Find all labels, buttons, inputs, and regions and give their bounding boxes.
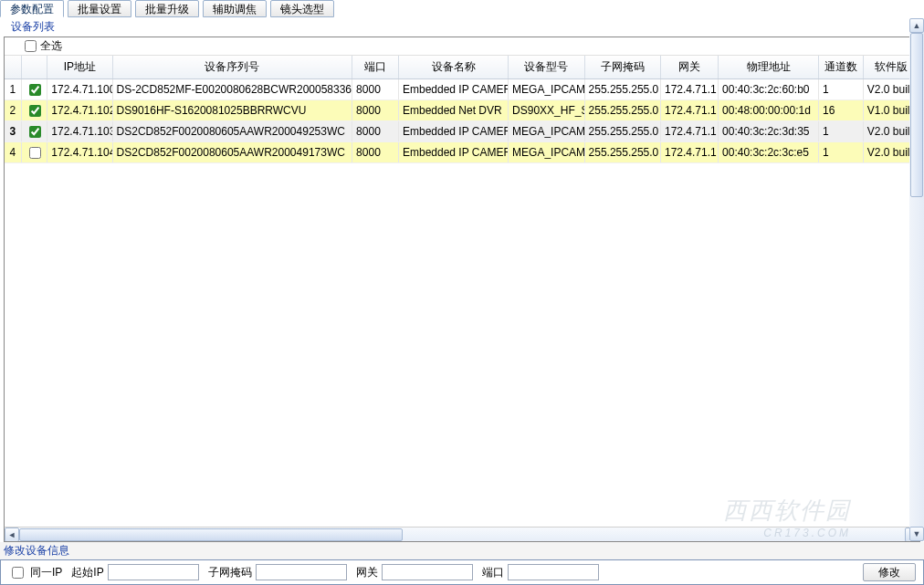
- col-header-ip[interactable]: IP地址: [47, 56, 112, 79]
- device-table: IP地址 设备序列号 端口 设备名称 设备型号 子网掩码 网关 物理地址 通道数…: [5, 56, 919, 163]
- tab-lens-select[interactable]: 镜头选型: [270, 0, 334, 17]
- scrollbar-thumb[interactable]: [19, 528, 403, 541]
- select-all-row: 全选: [5, 37, 919, 56]
- scrollbar-track[interactable]: [19, 528, 905, 542]
- tab-batch-settings[interactable]: 批量设置: [68, 0, 131, 17]
- table-row[interactable]: 4172.4.71.104DS2CD852F0020080605AAWR2000…: [5, 142, 919, 163]
- cell-ip: 172.4.71.104: [47, 142, 112, 163]
- scroll-down-button[interactable]: ▼: [909, 527, 924, 541]
- row-select-checkbox[interactable]: [29, 105, 41, 117]
- cell-channels: 1: [818, 121, 863, 142]
- same-ip-text: 同一IP: [30, 565, 62, 580]
- cell-mac: 00:40:3c:2c:60:b0: [719, 79, 819, 100]
- cell-port: 8000: [352, 121, 399, 142]
- row-select-checkbox[interactable]: [29, 84, 41, 96]
- tab-bar: 参数配置 批量设置 批量升级 辅助调焦 镜头选型: [0, 0, 924, 18]
- table-row[interactable]: 1172.4.71.100DS-2CD852MF-E0020080628BCWR…: [5, 79, 919, 100]
- select-all-label: 全选: [40, 38, 62, 54]
- gateway-label: 网关: [356, 565, 378, 580]
- row-select-checkbox[interactable]: [29, 126, 41, 138]
- modify-button[interactable]: 修改: [863, 563, 916, 581]
- table-row[interactable]: 3172.4.71.103DS2CD852F0020080605AAWR2000…: [5, 121, 919, 142]
- tab-focus-assist[interactable]: 辅助调焦: [203, 0, 267, 17]
- cell-ip: 172.4.71.100: [47, 79, 112, 100]
- same-ip-label: 同一IP: [8, 564, 62, 581]
- col-header-name[interactable]: 设备名称: [398, 56, 508, 79]
- cell-gateway: 172.4.71.1: [660, 100, 718, 121]
- cell-port: 8000: [352, 79, 399, 100]
- cell-serial: DS-2CD852MF-E0020080628BCWR200058336WCU: [112, 79, 352, 100]
- row-index: 2: [5, 100, 21, 121]
- select-all-checkbox[interactable]: [25, 40, 37, 52]
- cell-channels: 16: [818, 100, 863, 121]
- col-header-channels[interactable]: 通道数: [818, 56, 863, 79]
- start-ip-label: 起始IP: [71, 565, 103, 580]
- row-index: 1: [5, 79, 21, 100]
- cell-gateway: 172.4.71.1: [660, 142, 718, 163]
- cell-model: MEGA_IPCAM: [509, 142, 584, 163]
- col-header-mac[interactable]: 物理地址: [719, 56, 819, 79]
- row-checkbox[interactable]: [21, 100, 47, 121]
- col-header-serial[interactable]: 设备序列号: [112, 56, 352, 79]
- cell-serial: DS2CD852F0020080605AAWR200049173WC: [112, 142, 352, 163]
- cell-ip: 172.4.71.103: [47, 121, 112, 142]
- subnet-mask-group: 子网掩码: [208, 564, 347, 580]
- cell-mask: 255.255.255.0: [584, 121, 660, 142]
- row-index: 4: [5, 142, 21, 163]
- device-table-scroll: IP地址 设备序列号 端口 设备名称 设备型号 子网掩码 网关 物理地址 通道数…: [5, 56, 919, 527]
- cell-gateway: 172.4.71.1: [660, 79, 718, 100]
- edit-section-title: 修改设备信息: [0, 542, 924, 559]
- same-ip-checkbox[interactable]: [12, 567, 24, 579]
- start-ip-group: 起始IP: [71, 564, 198, 580]
- vertical-scrollbar[interactable]: ▲ ▼: [909, 18, 924, 541]
- row-select-checkbox[interactable]: [29, 147, 41, 159]
- cell-model: DS90XX_HF_S: [509, 100, 584, 121]
- port-label: 端口: [482, 565, 504, 580]
- cell-port: 8000: [352, 142, 399, 163]
- cell-name: Embedded Net DVR: [398, 100, 508, 121]
- scroll-up-button[interactable]: ▲: [909, 18, 924, 33]
- cell-mask: 255.255.255.0: [584, 142, 660, 163]
- cell-mask: 255.255.255.0: [584, 100, 660, 121]
- col-header-check[interactable]: [21, 56, 47, 79]
- v-scrollbar-track[interactable]: [909, 33, 924, 527]
- row-index: 3: [5, 121, 21, 142]
- cell-port: 8000: [352, 100, 399, 121]
- col-header-port[interactable]: 端口: [352, 56, 399, 79]
- row-checkbox[interactable]: [21, 79, 47, 100]
- cell-name: Embedded IP CAMERA: [398, 121, 508, 142]
- col-header-index[interactable]: [5, 56, 21, 79]
- tab-param-config[interactable]: 参数配置: [0, 0, 64, 17]
- scroll-left-button[interactable]: ◄: [5, 528, 19, 542]
- table-row[interactable]: 2172.4.71.102DS9016HF-S1620081025BBRRWCV…: [5, 100, 919, 121]
- cell-channels: 1: [818, 142, 863, 163]
- cell-model: MEGA_IPCAM: [509, 121, 584, 142]
- gateway-group: 网关: [356, 564, 473, 580]
- port-group: 端口: [482, 564, 599, 580]
- horizontal-scrollbar[interactable]: ◄ ►: [5, 527, 919, 541]
- port-input[interactable]: [508, 564, 599, 580]
- cell-gateway: 172.4.71.1: [660, 121, 718, 142]
- col-header-gateway[interactable]: 网关: [660, 56, 718, 79]
- col-header-model[interactable]: 设备型号: [509, 56, 584, 79]
- v-scrollbar-thumb[interactable]: [910, 33, 923, 197]
- cell-mac: 00:40:3c:2c:3c:e5: [719, 142, 819, 163]
- subnet-mask-input[interactable]: [256, 564, 347, 580]
- gateway-input[interactable]: [382, 564, 473, 580]
- cell-model: MEGA_IPCAM: [509, 79, 584, 100]
- row-checkbox[interactable]: [21, 142, 47, 163]
- device-list-panel: 全选 IP地址 设备序列号 端口 设备名称 设备型号 子网掩码 网关: [4, 37, 920, 542]
- cell-mac: 00:48:00:00:00:1d: [719, 100, 819, 121]
- device-list-label: 设备列表: [0, 18, 924, 37]
- cell-mask: 255.255.255.0: [584, 79, 660, 100]
- cell-name: Embedded IP CAMERA: [398, 79, 508, 100]
- row-checkbox[interactable]: [21, 121, 47, 142]
- subnet-mask-label: 子网掩码: [208, 565, 252, 580]
- col-header-mask[interactable]: 子网掩码: [584, 56, 660, 79]
- start-ip-input[interactable]: [108, 564, 199, 580]
- cell-channels: 1: [818, 79, 863, 100]
- cell-ip: 172.4.71.102: [47, 100, 112, 121]
- cell-serial: DS9016HF-S1620081025BBRRWCVU: [112, 100, 352, 121]
- tab-batch-upgrade[interactable]: 批量升级: [135, 0, 199, 17]
- cell-serial: DS2CD852F0020080605AAWR200049253WC: [112, 121, 352, 142]
